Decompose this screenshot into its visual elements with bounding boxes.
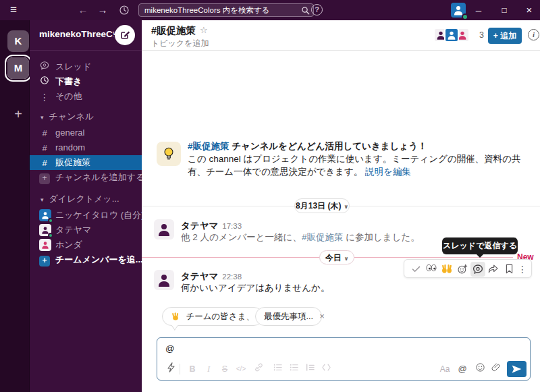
message-composer[interactable]: @ B I S </> Aa @ (157, 337, 531, 381)
bulleted-list-icon (289, 362, 299, 372)
person-icon (156, 272, 172, 288)
history-back-button[interactable]: ← (76, 0, 90, 20)
add-member-label: チームメンバーを追... (55, 254, 143, 264)
message-input[interactable]: @ (165, 343, 175, 354)
formatting-toggle-button[interactable]: Aa (438, 362, 452, 376)
send-button[interactable] (507, 361, 526, 377)
maximize-button[interactable]: □ (496, 0, 512, 20)
message-text: 他 2 人のメンバーと一緒に、#販促施策 に参加しました。 (181, 231, 420, 244)
code-button[interactable]: </> (234, 362, 248, 376)
date-divider-pill[interactable]: 8月13日 (木)∨ (294, 198, 350, 213)
join-text-post: に参加しました。 (343, 232, 419, 242)
suggestion-chip-greeting[interactable]: チームの皆さま、 (162, 307, 263, 326)
share-message-button[interactable] (486, 262, 501, 277)
search-input[interactable]: mikenekoThreeColors 内を検索する (138, 3, 314, 17)
bulleted-list-button[interactable] (287, 362, 300, 376)
strikethrough-button[interactable]: S (218, 362, 232, 376)
dm-item-self[interactable]: ニッケイタロウ (自分) (30, 208, 142, 223)
add-workspace-button[interactable]: + (7, 104, 29, 125)
reaction-hands-button[interactable] (439, 262, 454, 277)
dm-label: タテヤマ (55, 225, 91, 235)
sidebar-channel-general[interactable]: #general (30, 125, 142, 140)
add-channel-button[interactable]: +チャンネルを追加する (30, 170, 142, 185)
intro-title-text: チャンネルをどんどん活用していきましょう！ (230, 141, 427, 151)
dm-avatar (39, 224, 51, 236)
composer-toolbar: B I S </> Aa @ (157, 358, 530, 380)
suggestion-chip-priority[interactable]: 最優先事項... (255, 307, 322, 326)
sidebar-item-more[interactable]: ⋮その他 (30, 89, 142, 104)
bold-button[interactable]: B (186, 362, 199, 376)
attach-file-button[interactable] (489, 362, 503, 376)
dismiss-chips-button[interactable]: × (316, 310, 328, 323)
today-divider-pill[interactable]: 今日∨ (319, 250, 354, 264)
slack-window: ≡ ← → mikenekoThreeColors 内を検索する ? – □ ×… (0, 0, 540, 392)
shortcuts-button[interactable] (164, 362, 178, 376)
channel-link[interactable]: #販促施策 (302, 232, 344, 242)
reply-in-thread-button[interactable] (470, 262, 485, 277)
info-icon[interactable]: i (528, 29, 539, 40)
channels-section-header[interactable]: ▾チャンネル (30, 109, 142, 124)
bookmark-button[interactable] (502, 262, 516, 277)
dm-label: ホンダ (55, 240, 82, 250)
sidebar-item-threads[interactable]: スレッド (30, 59, 142, 74)
workspace-rail: K M + (0, 20, 30, 392)
link-button[interactable] (252, 362, 265, 376)
hamburger-menu-icon[interactable]: ≡ (7, 0, 20, 20)
presence-status-icon (462, 13, 468, 20)
member-count[interactable]: 3 (479, 30, 484, 40)
star-icon[interactable]: ☆ (200, 25, 208, 35)
ellipsis-vertical-icon: ⋮ (39, 90, 50, 105)
history-clock-icon[interactable] (116, 0, 132, 20)
italic-button[interactable]: I (202, 362, 215, 376)
member-avatar (444, 28, 459, 43)
minimize-button[interactable]: – (470, 0, 487, 20)
user-avatar[interactable] (451, 3, 466, 18)
ordered-list-button[interactable] (271, 362, 284, 376)
compose-button[interactable] (115, 25, 135, 45)
code-block-button[interactable] (319, 362, 333, 376)
dm-item-honda[interactable]: ホンダ (30, 237, 142, 252)
sidebar-channel-hansoku[interactable]: #販促施策 (30, 155, 142, 170)
thread-icon (473, 264, 483, 275)
sidebar-channel-random[interactable]: #random (30, 140, 142, 155)
chip-label: チームの皆さま、 (186, 312, 254, 321)
person-icon (156, 221, 172, 237)
workspace-switcher[interactable]: mikenekoThreeC... (39, 29, 113, 39)
help-icon[interactable]: ? (311, 4, 323, 16)
check-icon (411, 264, 421, 274)
reaction-eyes-button[interactable] (424, 262, 439, 277)
dm-section-header[interactable]: ▾ダイレクトメッ... (30, 192, 142, 206)
add-people-button[interactable]: + 追加 (488, 28, 522, 44)
workspace-icon-k[interactable]: K (7, 30, 29, 52)
add-channel-label: チャンネルを追加する (55, 172, 144, 182)
main-pane: #販促施策 ☆ トピックを追加 3 + 追加 i #販促施策 チャンネルをどんど… (142, 20, 540, 392)
edit-description-link[interactable]: 説明を編集 (365, 167, 411, 177)
workspace-icon-m[interactable]: M (7, 57, 29, 79)
history-forward-button[interactable]: → (95, 0, 110, 20)
plus-icon: + (39, 256, 50, 267)
message-author[interactable]: タテヤマ (181, 221, 218, 231)
message-avatar[interactable] (154, 219, 174, 240)
reaction-check-button[interactable] (408, 262, 423, 277)
close-button[interactable]: × (521, 0, 537, 20)
channel-title: #販促施策 (151, 24, 196, 37)
dm-item-tateyama[interactable]: タテヤマ (30, 223, 142, 237)
add-team-member-button[interactable]: +チームメンバーを追... (30, 252, 142, 267)
message-timestamp[interactable]: 17:33 (222, 222, 242, 230)
intro-body: この channel はプロジェクトの作業に使います。ミーティングの開催、資料の… (188, 153, 533, 178)
emoji-button[interactable] (473, 362, 487, 376)
drafts-icon (39, 75, 50, 90)
link-icon (254, 362, 264, 372)
sidebar-item-drafts[interactable]: 下書き (30, 74, 142, 89)
more-actions-button[interactable]: ⋮ (515, 262, 530, 277)
add-topic-link[interactable]: トピックを追加 (151, 38, 209, 49)
chevron-section-icon: ▾ (40, 192, 44, 207)
channel-link[interactable]: #販促施策 (188, 141, 230, 151)
mention-button[interactable]: @ (456, 362, 469, 376)
add-reaction-button[interactable] (455, 262, 470, 277)
paperclip-icon (491, 362, 501, 372)
message-author[interactable]: タテヤマ (181, 271, 218, 281)
message-timestamp[interactable]: 22:38 (222, 273, 242, 281)
blockquote-button[interactable] (303, 362, 317, 376)
message-avatar[interactable] (154, 270, 174, 290)
